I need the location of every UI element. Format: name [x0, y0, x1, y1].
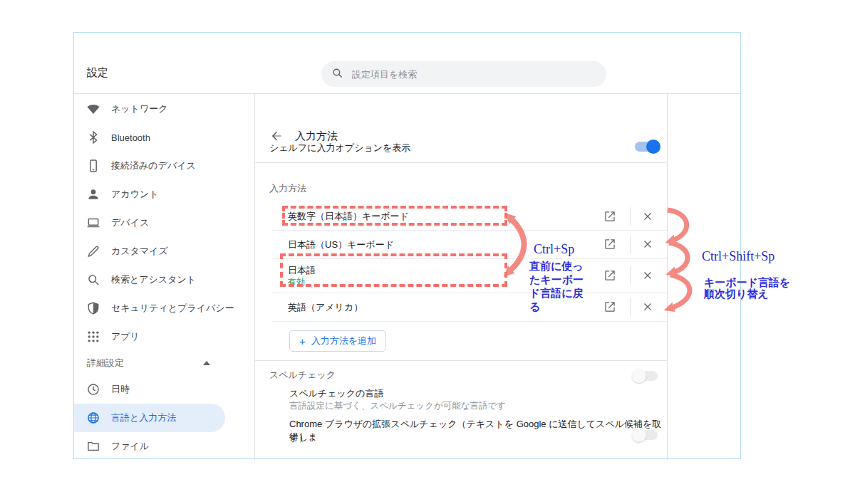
collapse-arrow-icon: [203, 361, 210, 365]
annotation-ctrl-shift-desc: キーボード言語を 順次切り替え: [704, 277, 790, 300]
input-method-row: 英数字（日本語）キーボード: [254, 202, 667, 230]
open-in-new-icon[interactable]: [603, 237, 617, 251]
app-title: 設定: [87, 66, 108, 80]
sidebar-item-label: デバイス: [111, 216, 149, 229]
input-methods-section-title: 入力方法: [269, 182, 306, 195]
sidebar-item-label: カスタマイズ: [111, 245, 168, 258]
remove-icon[interactable]: [641, 238, 654, 251]
sidebar-item-search-assistant[interactable]: 検索とアシスタント: [74, 266, 254, 294]
wifi-icon: [86, 102, 100, 116]
input-method-label: 英数字（日本語）キーボード: [288, 210, 409, 223]
input-method-row: 日本語 有効: [254, 258, 667, 293]
open-in-new-icon[interactable]: [603, 268, 617, 283]
sidebar-item-security-privacy[interactable]: セキュリティとプライバシー: [74, 294, 254, 322]
sidebar-item-label: 検索とアシスタント: [111, 273, 196, 286]
remove-icon[interactable]: [641, 300, 654, 313]
remove-icon[interactable]: [641, 269, 654, 282]
spellcheck-section-title: スペルチェック: [269, 369, 336, 382]
sidebar-item-personalization[interactable]: カスタマイズ: [74, 237, 254, 266]
spellcheck-language-desc: 言語設定に基づく、スペルチェックが可能な言語です: [289, 400, 506, 412]
sidebar-item-languages-input[interactable]: 言語と入力方法: [74, 404, 225, 432]
remove-icon[interactable]: [641, 210, 654, 223]
input-method-row: 英語（アメリカ）: [254, 293, 667, 321]
sidebar-item-device[interactable]: デバイス: [74, 209, 254, 237]
spellcheck-toggle[interactable]: [633, 371, 658, 381]
divider: [630, 235, 631, 253]
annotation-ctrl-sp-desc: 直前に使っ たキーボー ド言語に戻 る: [529, 259, 584, 313]
input-method-label: 英語（アメリカ）: [288, 301, 363, 314]
shield-icon: [86, 301, 100, 315]
shelf-option-label: シェルフに入力オプションを表示: [269, 142, 410, 154]
sidebar-item-label: アプリ: [111, 330, 140, 343]
main-content: 入力方法 シェルフに入力オプションを表示 入力方法 英数字（日本語）キーボード …: [254, 93, 667, 460]
open-in-new-icon[interactable]: [603, 300, 617, 314]
input-method-label: 日本語（US）キーボード: [288, 238, 394, 251]
input-method-row: 日本語（US）キーボード: [254, 230, 667, 258]
bluetooth-icon: [86, 130, 100, 145]
sidebar-item-label: 日時: [111, 383, 130, 396]
sidebar-item-accounts[interactable]: アカウント: [74, 180, 254, 209]
sidebar-item-label: 言語と入力方法: [111, 411, 176, 424]
sidebar-item-network[interactable]: ネットワーク: [74, 95, 254, 123]
sidebar-item-label: セキュリティとプライバシー: [111, 302, 234, 315]
input-method-status: 有効: [288, 276, 305, 288]
sidebar-item-label: 接続済みのデバイス: [111, 159, 196, 172]
open-in-new-icon[interactable]: [603, 209, 617, 224]
add-input-method-button[interactable]: + 入力方法を追加: [289, 330, 386, 352]
search-box[interactable]: [321, 61, 606, 87]
shelf-option-toggle[interactable]: [635, 142, 659, 152]
advanced-label: 詳細設定: [87, 357, 124, 369]
sidebar-item-apps[interactable]: アプリ: [74, 322, 254, 351]
chrome-spellcheck-label-line1: Chrome ブラウザの拡張スペルチェック（テキストを Google に送信して…: [289, 418, 667, 443]
input-method-label: 日本語: [288, 264, 316, 277]
laptop-icon: [86, 216, 100, 230]
sidebar-item-label: ファイル: [111, 440, 149, 453]
divider: [630, 207, 631, 226]
sidebar-item-bluetooth[interactable]: Bluetooth: [74, 123, 254, 152]
person-icon: [86, 187, 100, 201]
add-input-method-label: 入力方法を追加: [311, 335, 376, 347]
search-input[interactable]: [352, 69, 596, 80]
sidebar: ネットワーク Bluetooth 接続済みのデバイス アカウント デバイス カス…: [74, 95, 254, 461]
desktop: 設定 ネットワーク Bluetooth 接続済みのデバイス: [0, 0, 855, 504]
divider: [630, 298, 631, 316]
apps-grid-icon: [86, 330, 100, 344]
header: 設定: [74, 33, 740, 93]
plus-icon: +: [299, 336, 306, 347]
page-title: 入力方法: [295, 130, 338, 143]
annotation-ctrl-shift-sp: Ctrl+Shift+Sp: [702, 249, 774, 264]
sidebar-advanced-toggle[interactable]: 詳細設定: [74, 351, 254, 375]
divider: [254, 162, 667, 163]
sidebar-item-connected-devices[interactable]: 接続済みのデバイス: [74, 152, 254, 180]
divider: [254, 360, 667, 361]
search-icon: [86, 273, 100, 287]
content-right-divider: [667, 94, 668, 460]
globe-icon: [86, 411, 100, 425]
folder-icon: [86, 439, 100, 453]
chrome-spellcheck-label-line2: す）: [289, 431, 308, 444]
settings-window: 設定 ネットワーク Bluetooth 接続済みのデバイス: [73, 32, 741, 459]
sidebar-item-label: Bluetooth: [111, 132, 150, 143]
divider: [271, 321, 667, 322]
sidebar-item-datetime[interactable]: 日時: [74, 375, 254, 404]
chrome-spellcheck-toggle[interactable]: [633, 430, 658, 440]
sidebar-item-files[interactable]: ファイル: [74, 432, 254, 461]
sidebar-item-label: ネットワーク: [111, 103, 168, 115]
search-icon: [331, 67, 343, 82]
spellcheck-language-title: スペルチェックの言語: [289, 387, 383, 400]
pen-icon: [86, 244, 100, 258]
sidebar-item-label: アカウント: [111, 188, 159, 201]
annotation-ctrl-sp: Ctrl+Sp: [534, 242, 574, 257]
back-arrow-icon[interactable]: [269, 129, 284, 143]
divider: [630, 266, 631, 285]
clock-icon: [86, 382, 100, 397]
smartphone-icon: [86, 159, 100, 173]
